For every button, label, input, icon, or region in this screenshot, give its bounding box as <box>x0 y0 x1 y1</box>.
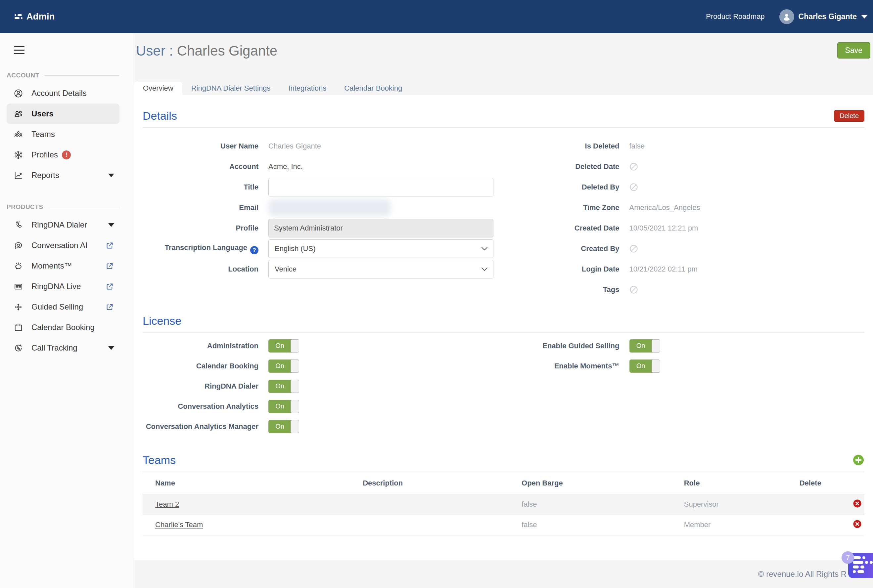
location-select[interactable]: Venice <box>268 260 493 279</box>
toggle-conversation-analytics: Conversation Analytics On <box>143 396 504 416</box>
conversation-analytics-manager-toggle[interactable]: On <box>268 420 299 433</box>
section-divider <box>143 332 864 333</box>
brand[interactable]: Admin <box>15 12 55 22</box>
ringdna-dialer-icon <box>13 220 24 230</box>
team-link[interactable]: Team 2 <box>155 500 179 508</box>
navbar-right: Product Roadmap Charles Gigante <box>706 9 868 24</box>
sidebar-item-users[interactable]: Users <box>7 104 119 124</box>
sidebar-item-reports[interactable]: Reports <box>7 165 119 186</box>
details-heading: Details <box>143 110 177 122</box>
account-details-icon <box>13 88 24 99</box>
toggle-calendar-booking: Calendar Booking On <box>143 356 504 376</box>
sidebar-item-label: Profiles <box>32 150 58 159</box>
teams-table: Name Description Open Barge Role Delete … <box>143 472 864 536</box>
tab-overview[interactable]: Overview <box>134 82 182 95</box>
field-label: Deleted Date <box>504 162 619 171</box>
ringdna-dialer-toggle[interactable]: On <box>268 380 299 393</box>
save-button[interactable]: Save <box>837 42 870 58</box>
field-tags: Tags <box>504 279 865 300</box>
toggle-label: RingDNA Dialer <box>143 382 258 391</box>
moments-icon <box>13 261 24 271</box>
brand-label: Admin <box>27 12 55 22</box>
title-input[interactable] <box>268 178 493 196</box>
page-header: User : Charles Gigante Save <box>134 33 873 82</box>
toggle-enable-moments: Enable Moments™ On <box>504 356 865 376</box>
toggle-knob <box>290 380 299 393</box>
field-transcription-language: Transcription Language? English (US) <box>143 238 504 259</box>
delete-user-button[interactable]: Delete <box>834 110 864 122</box>
null-value-icon <box>630 162 638 171</box>
field-label: Deleted By <box>504 183 619 192</box>
field-login-date: Login Date 10/21/2022 02:11 pm <box>504 259 865 279</box>
revenue-logo-icon <box>15 14 23 19</box>
field-title: Title <box>143 177 504 197</box>
chat-unread-badge: 7 <box>841 551 854 564</box>
field-label: Account <box>143 162 258 171</box>
table-header-row: Name Description Open Barge Role Delete <box>143 472 864 494</box>
delete-team-icon[interactable] <box>853 499 862 508</box>
product-roadmap-link[interactable]: Product Roadmap <box>706 12 765 21</box>
field-label: Created By <box>504 244 619 254</box>
chevron-down-icon <box>481 247 488 250</box>
sidebar: ACCOUNT Account Details Users Teams Prof <box>0 33 134 588</box>
transcription-language-select[interactable]: English (US) <box>268 239 493 258</box>
users-icon <box>13 109 24 119</box>
enable-guided-selling-toggle[interactable]: On <box>630 339 660 352</box>
team-link[interactable]: Charlie's Team <box>155 520 203 529</box>
column-header-name: Name <box>143 472 363 494</box>
sidebar-item-account-details[interactable]: Account Details <box>7 83 119 104</box>
sidebar-item-call-tracking[interactable]: Call Tracking <box>7 338 119 358</box>
sidebar-item-teams[interactable]: Teams <box>7 124 119 144</box>
sidebar-item-profiles[interactable]: Profiles ! <box>7 144 119 165</box>
sidebar-item-ringdna-live[interactable]: RingDNA Live <box>7 276 119 297</box>
toggle-knob <box>290 400 299 413</box>
external-link-icon <box>105 241 114 250</box>
team-open-barge: false <box>521 494 684 514</box>
tab-ringdna-dialer-settings[interactable]: RingDNA Dialer Settings <box>182 82 279 95</box>
license-heading: License <box>143 315 181 327</box>
chat-widget-button[interactable]: 7 <box>848 553 873 578</box>
column-header-delete: Delete <box>799 472 864 494</box>
tab-bar: Overview RingDNA Dialer Settings Integra… <box>134 82 873 95</box>
add-team-button[interactable] <box>852 454 864 466</box>
tab-panel: Details Delete User Name Charles Gigante… <box>134 95 873 560</box>
conversation-analytics-toggle[interactable]: On <box>268 400 299 413</box>
field-label: Profile <box>143 224 258 233</box>
details-right-column: Is Deleted false Deleted Date Deleted By… <box>504 136 865 300</box>
toggle-label: Enable Guided Selling <box>504 341 619 351</box>
sidebar-item-ringdna-dialer[interactable]: RingDNA Dialer <box>7 214 119 235</box>
user-menu[interactable]: Charles Gigante <box>779 9 868 24</box>
chevron-down-icon <box>108 346 114 350</box>
error-badge-icon: ! <box>62 150 71 159</box>
tab-integrations[interactable]: Integrations <box>279 82 335 95</box>
field-deleted-date: Deleted Date <box>504 156 865 177</box>
toggle-knob <box>290 420 299 433</box>
field-label: Title <box>143 183 258 192</box>
sidebar-item-moments[interactable]: Moments™ <box>7 256 119 276</box>
toggle-knob <box>290 360 299 373</box>
external-link-icon <box>105 282 114 291</box>
table-row: Charlie's Team false Member <box>143 514 864 535</box>
time-zone-value: America/Los_Angeles <box>630 203 700 212</box>
delete-team-icon[interactable] <box>853 519 862 528</box>
enable-moments-toggle[interactable]: On <box>630 360 660 373</box>
profile-disabled-input: System Administrator <box>268 219 493 237</box>
toggle-label: Conversation Analytics <box>143 402 258 411</box>
main-content: User : Charles Gigante Save Overview Rin… <box>134 33 873 588</box>
details-left-column: User Name Charles Gigante Account Acme, … <box>143 136 504 300</box>
administration-toggle[interactable]: On <box>268 339 299 352</box>
calendar-booking-toggle[interactable]: On <box>268 360 299 373</box>
sidebar-item-calendar-booking[interactable]: Calendar Booking <box>7 317 119 338</box>
hamburger-menu-button[interactable] <box>14 46 24 54</box>
help-icon[interactable]: ? <box>250 246 258 254</box>
sidebar-item-conversation-ai[interactable]: Conversation AI <box>7 235 119 256</box>
redacted-email-value <box>268 200 391 216</box>
sidebar-item-label: Users <box>32 109 54 118</box>
account-link[interactable]: Acme, Inc. <box>268 162 303 171</box>
tab-calendar-booking[interactable]: Calendar Booking <box>335 82 411 95</box>
team-description <box>363 494 521 514</box>
sidebar-item-guided-selling[interactable]: Guided Selling <box>7 297 119 317</box>
field-user-name: User Name Charles Gigante <box>143 136 504 156</box>
conversation-ai-icon <box>13 240 24 250</box>
field-created-date: Created Date 10/05/2021 12:21 pm <box>504 218 865 238</box>
